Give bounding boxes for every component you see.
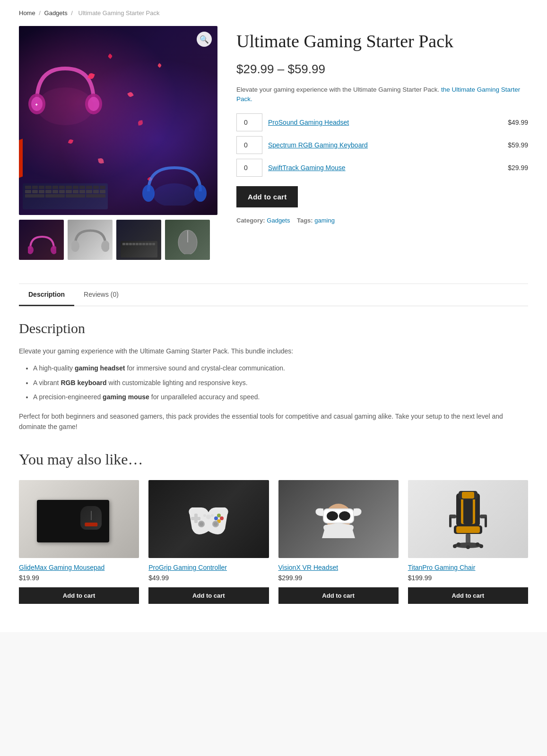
category-link[interactable]: Gadgets	[267, 217, 290, 224]
svg-point-19	[220, 516, 224, 520]
item-link-mouse[interactable]: SwiftTrack Gaming Mouse	[268, 164, 363, 172]
product-title: Ultimate Gaming Starter Pack	[236, 31, 528, 52]
breadcrumb-home[interactable]: Home	[19, 9, 35, 17]
headset-2-graphic	[141, 158, 208, 206]
category-label: Category:	[236, 217, 265, 224]
main-product-image: ✦	[19, 26, 217, 215]
product-card-chair: TitanPro Gaming Chair $199.99 Add to car…	[408, 480, 528, 604]
description-list-item-3: A precision-engineered gaming mouse for …	[33, 392, 528, 402]
product-name-chair[interactable]: TitanPro Gaming Chair	[408, 564, 528, 571]
add-to-cart-chair[interactable]: Add to cart	[408, 587, 528, 604]
svg-point-11	[71, 241, 79, 252]
svg-point-33	[339, 511, 350, 521]
product-section: ✦	[19, 26, 528, 260]
tab-description[interactable]: Description	[19, 284, 74, 306]
breadcrumb-current: Ultimate Gaming Starter Pack	[78, 9, 160, 17]
product-meta: Category: Gadgets Tags: gaming	[236, 217, 528, 224]
tabs-section: Description Reviews (0) Description Elev…	[19, 284, 528, 432]
breadcrumb-gadgets[interactable]: Gadgets	[44, 9, 68, 17]
thumbnail-3[interactable]	[116, 220, 161, 260]
headset-graphic: ✦	[25, 54, 105, 135]
qty-input-mouse[interactable]	[236, 159, 262, 177]
product-price-controller: $49.99	[148, 574, 269, 582]
svg-point-12	[101, 241, 109, 252]
thumbnail-4[interactable]	[165, 220, 210, 260]
item-price-keyboard: $59.99	[508, 141, 528, 149]
svg-point-48	[466, 545, 470, 549]
svg-point-50	[457, 542, 460, 546]
related-section: You may also like… GlideMax	[19, 451, 528, 604]
product-name-controller[interactable]: ProGrip Gaming Controller	[148, 564, 269, 571]
item-link-keyboard[interactable]: Spectrum RGB Gaming Keyboard	[268, 141, 368, 149]
product-price-mousepad: $19.99	[19, 574, 139, 582]
svg-point-20	[214, 516, 218, 520]
product-card-controller: ProGrip Gaming Controller $49.99 Add to …	[148, 480, 269, 604]
svg-rect-45	[466, 534, 470, 543]
product-description: Elevate your gaming experience with the …	[236, 85, 528, 104]
svg-rect-43	[449, 517, 451, 527]
description-list-item-1: A high-quality gaming headset for immers…	[33, 363, 528, 373]
svg-point-18	[217, 514, 221, 517]
product-price-vr: $299.99	[278, 574, 399, 582]
add-to-cart-button[interactable]: Add to cart	[236, 186, 298, 207]
svg-point-24	[200, 522, 203, 526]
breadcrumb: Home / Gadgets / Ultimate Gaming Starter…	[19, 9, 528, 17]
svg-point-32	[327, 511, 338, 521]
related-grid: GlideMax Gaming Mousepad $19.99 Add to c…	[19, 480, 528, 604]
svg-point-7	[194, 185, 207, 202]
item-price-mouse: $29.99	[508, 164, 528, 172]
svg-point-28	[211, 514, 214, 517]
product-card-vr: VisionX VR Headset $299.99 Add to cart	[278, 480, 399, 604]
item-link-headset[interactable]: ProSound Gaming Headset	[268, 119, 363, 126]
description-list: A high-quality gaming headset for immers…	[19, 363, 528, 402]
thumbnail-row	[19, 220, 217, 260]
product-card-mousepad: GlideMax Gaming Mousepad $19.99 Add to c…	[19, 480, 139, 604]
add-to-cart-vr[interactable]: Add to cart	[278, 587, 399, 604]
svg-point-10	[51, 246, 56, 254]
svg-point-5	[37, 87, 94, 125]
chair-svg	[444, 489, 492, 550]
description-intro: Elevate your gaming experience with the …	[19, 346, 528, 356]
product-image-mousepad[interactable]	[19, 480, 139, 558]
qty-input-headset[interactable]	[236, 113, 262, 131]
svg-rect-44	[485, 517, 487, 527]
bundle-item-3: SwiftTrack Gaming Mouse $29.99	[236, 159, 528, 177]
zoom-icon[interactable]: 🔍	[197, 32, 212, 47]
tags-label: Tags:	[297, 217, 313, 224]
product-name-mousepad[interactable]: GlideMax Gaming Mousepad	[19, 564, 139, 571]
add-to-cart-controller[interactable]: Add to cart	[148, 587, 269, 604]
item-price-headset: $49.99	[508, 119, 528, 126]
description-heading: Description	[19, 320, 528, 336]
description-footer: Perfect for both beginners and seasoned …	[19, 411, 528, 432]
product-image-chair[interactable]	[408, 480, 528, 558]
svg-rect-38	[462, 492, 474, 498]
bundle-item-2: Spectrum RGB Gaming Keyboard $59.99	[236, 136, 528, 154]
thumbnail-2[interactable]	[68, 220, 113, 260]
product-info: Ultimate Gaming Starter Pack $29.99 – $5…	[236, 26, 528, 260]
description-list-item-2: A vibrant RGB keyboard with customizable…	[33, 378, 528, 388]
svg-rect-36	[463, 496, 473, 524]
product-price: $29.99 – $59.99	[236, 62, 528, 77]
qty-input-keyboard[interactable]	[236, 136, 262, 154]
svg-rect-40	[456, 526, 480, 533]
product-name-vr[interactable]: VisionX VR Headset	[278, 564, 399, 571]
tags-link[interactable]: gaming	[314, 217, 335, 224]
bundle-item-1: ProSound Gaming Headset $49.99	[236, 113, 528, 131]
vr-headset-svg	[310, 491, 367, 548]
product-image-controller[interactable]	[148, 480, 269, 558]
description-content: Description Elevate your gaming experien…	[19, 320, 528, 432]
svg-point-51	[476, 542, 479, 546]
svg-point-49	[479, 544, 483, 548]
svg-rect-17	[191, 517, 200, 520]
svg-point-25	[214, 522, 217, 526]
tab-list: Description Reviews (0)	[19, 284, 528, 306]
product-price-chair: $199.99	[408, 574, 528, 582]
svg-point-9	[28, 246, 34, 254]
product-image-vr[interactable]	[278, 480, 399, 558]
add-to-cart-mousepad[interactable]: Add to cart	[19, 587, 139, 604]
tab-reviews[interactable]: Reviews (0)	[74, 284, 128, 306]
related-heading: You may also like…	[19, 451, 528, 468]
controller-svg	[180, 500, 237, 538]
svg-point-27	[203, 514, 206, 517]
thumbnail-1[interactable]	[19, 220, 64, 260]
